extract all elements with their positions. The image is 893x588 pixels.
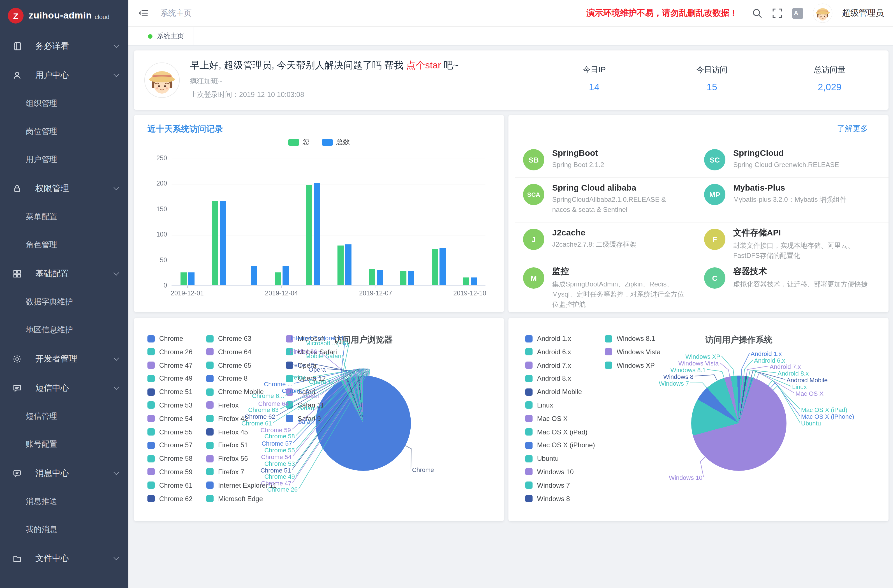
legend-swatch [147, 348, 155, 356]
legend-item[interactable]: Windows XP [605, 361, 661, 369]
legend-item[interactable]: Mac OS X [525, 415, 595, 423]
legend-swatch [605, 362, 612, 369]
collapse-sidebar-icon[interactable] [138, 8, 149, 18]
sidebar-item-label: 消息中心 [35, 468, 69, 478]
legend-item[interactable]: Android 8.x [525, 375, 595, 383]
legend-item[interactable]: 您 [288, 137, 310, 147]
legend-item[interactable]: Chrome [147, 335, 192, 343]
gear-icon [12, 354, 22, 364]
sidebar-item[interactable]: 消息中心 [0, 459, 128, 488]
legend-item[interactable]: Chrome 58 [147, 454, 192, 462]
legend-item[interactable]: Mac OS X (iPad) [525, 428, 595, 436]
sidebar-subitem[interactable]: 账号配置 [0, 430, 128, 459]
browser-pie-card: 访问用户浏览器 ChromeChrome 26Chrome 47Chrome 4… [134, 318, 504, 521]
legend-item[interactable]: Windows 7 [525, 481, 595, 489]
pie-callout-label: Chrome 57 [262, 440, 292, 447]
sidebar-subitem[interactable]: 消息推送 [0, 488, 128, 516]
legend-item[interactable]: Microsoft Edge [206, 495, 277, 502]
pie-callout-label: Mac OS X (iPhone) [801, 413, 854, 420]
grid-line [171, 159, 486, 159]
legend-item[interactable]: Chrome 49 [147, 375, 192, 383]
sidebar-item[interactable]: 开发者管理 [0, 344, 128, 373]
legend-item[interactable]: Chrome 57 [147, 441, 192, 449]
pie-callout-label: Windows 10 [669, 474, 702, 481]
grid-icon [12, 269, 22, 278]
legend-item[interactable]: Linux [525, 402, 595, 409]
tech-item: SCSpringCloudSpring Cloud Greenwich.RELE… [696, 143, 888, 178]
legend-item[interactable]: Chrome 54 [147, 415, 192, 423]
pie-callout-label: Chrome 51 [260, 467, 291, 474]
legend-item[interactable]: Chrome 61 [147, 481, 192, 489]
sidebar-subitem[interactable]: 用户管理 [0, 146, 128, 174]
tab-home[interactable]: 系统主页 [139, 27, 193, 45]
legend-item[interactable]: Windows Vista [605, 348, 661, 356]
sidebar-item[interactable]: 权限管理 [0, 174, 128, 203]
username[interactable]: 超级管理员 [842, 8, 884, 18]
sidebar-subitem[interactable]: 岗位管理 [0, 118, 128, 146]
legend-item[interactable]: Windows 10 [525, 468, 595, 476]
learn-more-link[interactable]: 了解更多 [837, 124, 868, 134]
stat-label: 总访问量 [771, 65, 888, 75]
warning-text: 演示环境维护不易，请勿乱删乱改数据！ [586, 8, 738, 18]
legend-item[interactable]: Chrome 65 [206, 361, 277, 369]
grid-line [171, 235, 486, 235]
topbar: 系统主页 演示环境维护不易，请勿乱删乱改数据！ A⁻ 超级管理员 [128, 0, 893, 27]
chevron-down-icon [114, 554, 119, 560]
sidebar-subitem[interactable]: 地区信息维护 [0, 316, 128, 344]
legend-item[interactable]: Chrome 63 [206, 335, 277, 343]
legend-item[interactable]: Chrome 64 [206, 348, 277, 356]
breadcrumb[interactable]: 系统主页 [160, 8, 192, 18]
avatar[interactable] [813, 3, 833, 23]
sidebar-item[interactable]: 文件中心 [0, 544, 128, 573]
legend-item[interactable]: 总数 [322, 137, 350, 147]
sidebar-subitem[interactable]: 菜单配置 [0, 203, 128, 231]
legend-item[interactable]: Ubuntu [525, 454, 595, 462]
pie-callout-label: Windows Vista [678, 360, 719, 367]
legend-item[interactable]: Windows 8.1 [605, 335, 661, 343]
tech-title: J2cache [552, 227, 636, 237]
legend-item[interactable]: Android Mobile [525, 388, 595, 396]
stat-value: 15 [653, 82, 771, 93]
bar [431, 249, 437, 285]
sidebar-item[interactable]: 短信中心 [0, 373, 128, 403]
font-size-icon[interactable]: A⁻ [792, 8, 803, 19]
sidebar-subitem[interactable]: 短信管理 [0, 403, 128, 430]
sidebar-item[interactable]: 用户中心 [0, 60, 128, 90]
sidebar-subitem[interactable]: 角色管理 [0, 231, 128, 259]
grid-line [171, 210, 486, 210]
legend-item[interactable]: Android 6.x [525, 348, 595, 356]
legend-item[interactable]: Chrome 55 [147, 428, 192, 436]
legend-item[interactable]: Android 7.x [525, 361, 595, 369]
sidebar-item[interactable]: 务必详看 [0, 32, 128, 60]
fullscreen-icon[interactable] [772, 8, 783, 18]
tech-badge: M [523, 268, 544, 289]
legend-swatch [206, 348, 213, 356]
bar [180, 273, 186, 285]
sidebar-subitem[interactable]: 我的消息 [0, 516, 128, 544]
pie-callout-label: Chrome 62 [245, 413, 275, 420]
tech-desc: 集成SpringBootAdmin、Zipkin、Redis、Mysql、定时任… [552, 279, 686, 310]
app-logo[interactable]: Z zuihou-admin cloud [0, 0, 128, 32]
tech-title: 文件存储API [733, 227, 878, 238]
search-icon[interactable] [752, 8, 762, 18]
chevron-down-icon [114, 42, 119, 48]
legend-swatch [206, 455, 213, 462]
legend-item[interactable]: Chrome 53 [147, 402, 192, 409]
greeting-text: 早上好, 超级管理员, 今天帮别人解决问题了吗 帮我 点个star 吧~ [190, 59, 459, 72]
sidebar-subitem[interactable]: 数据字典维护 [0, 288, 128, 316]
folder-icon [12, 553, 22, 563]
star-link[interactable]: 点个star [406, 60, 441, 71]
pie-callout-label: Microsoft ...(16) [305, 340, 348, 346]
sidebar-subitem[interactable]: 组织管理 [0, 90, 128, 118]
x-axis-label: 2019-12-04 [256, 290, 307, 296]
legend-item[interactable]: Chrome 47 [147, 361, 192, 369]
legend-item[interactable]: Android 1.x [525, 335, 595, 343]
legend-item[interactable]: Chrome 51 [147, 388, 192, 396]
sidebar-item[interactable]: 基础配置 [0, 259, 128, 288]
legend-item[interactable]: Chrome 62 [147, 495, 192, 502]
legend-item[interactable]: Windows 8 [525, 495, 595, 502]
legend-item[interactable]: Mac OS X (iPhone) [525, 441, 595, 449]
legend-item[interactable]: Chrome 26 [147, 348, 192, 356]
legend-swatch [147, 388, 155, 396]
legend-item[interactable]: Chrome 59 [147, 468, 192, 476]
